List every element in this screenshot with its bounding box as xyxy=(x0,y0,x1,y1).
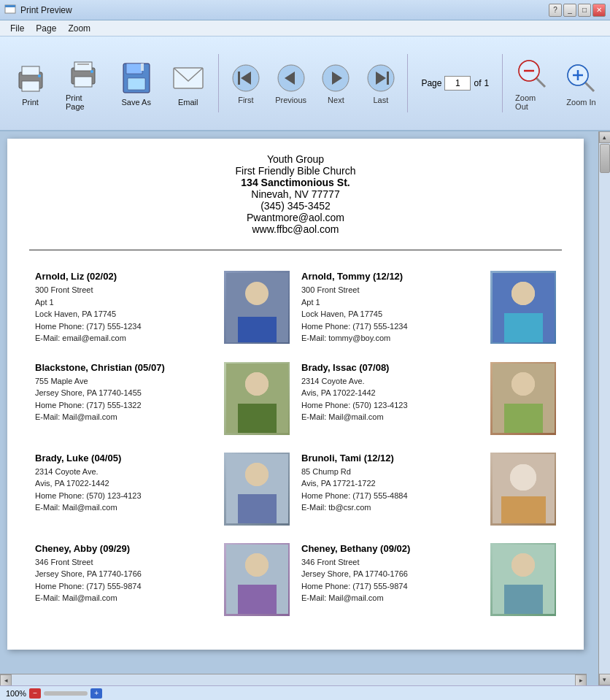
contact-name: Arnold, Liz (02/02) xyxy=(35,271,217,282)
svg-point-58 xyxy=(510,464,536,491)
zoom-in-icon xyxy=(563,61,598,96)
svg-rect-17 xyxy=(238,72,240,85)
svg-rect-3 xyxy=(22,66,39,75)
contact-entry: Blackstone, Christian (05/07) 755 Maple … xyxy=(29,353,296,444)
svg-line-33 xyxy=(585,82,594,91)
minimize-btn[interactable]: _ xyxy=(563,4,576,17)
contact-info: Brady, Luke (04/05) 2314 Coyote Ave.Avis… xyxy=(35,453,217,526)
contact-detail: 85 Chump RdAvis, PA 17721-1722Home Phone… xyxy=(301,466,483,514)
v-scroll-track xyxy=(599,143,610,674)
page-text: Page xyxy=(421,78,441,88)
zoom-value: 100% xyxy=(6,689,26,698)
email-button[interactable]: Email xyxy=(163,57,212,110)
city-line: Ninevah, NV 77777 xyxy=(29,188,562,200)
zoom-minus-btn[interactable]: − xyxy=(29,688,41,699)
h-scroll-track xyxy=(12,674,575,685)
separator-3 xyxy=(502,54,503,112)
v-scrollbar: ▴ ▾ xyxy=(598,131,610,685)
person-silhouette xyxy=(226,454,288,523)
contact-name: Brunoli, Tami (12/12) xyxy=(301,453,483,464)
title-bar: Print Preview ? _ □ ✕ xyxy=(0,0,610,20)
menu-file[interactable]: File xyxy=(4,23,30,34)
contact-entry: Brady, Issac (07/08) 2314 Coyote Ave.Avi… xyxy=(296,353,562,444)
church-name: First Friendly Bible Church xyxy=(29,165,562,177)
svg-rect-45 xyxy=(238,404,277,433)
save-icon xyxy=(119,61,154,96)
v-scroll-thumb[interactable] xyxy=(600,144,610,173)
svg-line-28 xyxy=(536,78,545,87)
contact-detail: 300 Front StreetApt 1Lock Haven, PA 1774… xyxy=(301,284,483,345)
zoom-in-button[interactable]: Zoom In xyxy=(558,57,604,110)
last-button[interactable]: Last xyxy=(360,59,401,108)
person-silhouette xyxy=(226,273,288,342)
menu-bar: File Page Zoom xyxy=(0,20,610,36)
last-label: Last xyxy=(373,96,388,104)
person-silhouette xyxy=(493,545,555,614)
next-button[interactable]: Next xyxy=(315,59,357,108)
h-scroll-right[interactable]: ▸ xyxy=(575,674,587,686)
contact-photo xyxy=(224,453,290,526)
website-line: www.ffbc@aol.com xyxy=(29,223,562,235)
print-label: Print xyxy=(22,98,39,107)
zoom-out-button[interactable]: Zoom Out xyxy=(509,53,555,115)
contact-info: Cheney, Abby (09/29) 346 Front StreetJer… xyxy=(35,543,217,616)
contact-info: Arnold, Tommy (12/12) 300 Front StreetAp… xyxy=(301,271,483,345)
menu-zoom[interactable]: Zoom xyxy=(62,23,96,34)
svg-rect-14 xyxy=(141,64,144,71)
first-button[interactable]: First xyxy=(225,59,266,108)
title-bar-text: Print Preview xyxy=(20,5,549,15)
svg-rect-10 xyxy=(77,64,89,65)
person-silhouette xyxy=(493,364,555,433)
zoom-out-label: Zoom Out xyxy=(515,93,549,111)
status-bar: 100% − + xyxy=(0,685,610,700)
first-icon xyxy=(231,63,261,93)
previous-button[interactable]: Previous xyxy=(270,59,312,108)
svg-rect-65 xyxy=(504,585,543,614)
person-silhouette xyxy=(493,454,555,523)
menu-page[interactable]: Page xyxy=(30,23,62,34)
address-line: 134 Sanctimonious St. xyxy=(29,177,562,188)
next-icon xyxy=(320,63,351,93)
contact-entry: Brunoli, Tami (12/12) 85 Chump RdAvis, P… xyxy=(296,444,562,534)
contact-entry: Arnold, Liz (02/02) 300 Front StreetApt … xyxy=(29,262,296,353)
contact-photo xyxy=(490,453,556,526)
contact-name: Arnold, Tommy (12/12) xyxy=(301,271,483,282)
contact-detail: 2314 Coyote Ave.Avis, PA 17022-1442Home … xyxy=(35,466,217,514)
content-area: Youth Group First Friendly Bible Church … xyxy=(0,131,598,685)
print-button[interactable]: Print xyxy=(6,57,55,110)
contact-entry: Arnold, Tommy (12/12) 300 Front StreetAp… xyxy=(296,262,562,353)
close-btn[interactable]: ✕ xyxy=(592,4,606,17)
contact-info: Brunoli, Tami (12/12) 85 Chump RdAvis, P… xyxy=(301,453,483,526)
print-icon xyxy=(13,61,48,96)
svg-point-9 xyxy=(90,70,93,73)
page-input[interactable] xyxy=(444,76,471,91)
maximize-btn[interactable]: □ xyxy=(578,4,591,17)
separator-1 xyxy=(218,54,219,112)
separator-2 xyxy=(407,54,408,112)
app-icon xyxy=(4,4,16,16)
contact-detail: 2314 Coyote Ave.Avis, PA 17022-1442Home … xyxy=(301,375,483,423)
zoom-slider-track[interactable] xyxy=(44,691,88,696)
v-scroll-up[interactable]: ▴ xyxy=(599,131,611,143)
contact-info: Brady, Issac (07/08) 2314 Coyote Ave.Avi… xyxy=(301,362,483,435)
contact-info: Arnold, Liz (02/02) 300 Front StreetApt … xyxy=(35,271,217,345)
zoom-out-icon xyxy=(514,56,549,91)
v-scroll-down[interactable]: ▾ xyxy=(599,674,611,685)
save-as-button[interactable]: Save As xyxy=(112,57,161,110)
contact-detail: 755 Maple AveJersey Shore, PA 17740-1455… xyxy=(35,375,217,423)
h-scroll-left[interactable]: ◂ xyxy=(0,674,12,686)
contact-detail: 346 Front StreetJersey Shore, PA 17740-1… xyxy=(35,556,217,604)
toolbar: Print Print Page Save As Email xyxy=(0,36,610,131)
contact-photo xyxy=(490,362,556,435)
zoom-plus-btn[interactable]: + xyxy=(90,688,102,699)
svg-rect-8 xyxy=(74,77,92,87)
contact-name: Cheney, Abby (09/29) xyxy=(35,543,217,554)
contact-detail: 300 Front StreetApt 1Lock Haven, PA 1774… xyxy=(35,284,217,345)
svg-rect-7 xyxy=(74,62,92,71)
help-btn[interactable]: ? xyxy=(549,4,562,17)
contact-name: Cheney, Bethany (09/02) xyxy=(301,543,483,554)
print-page-button[interactable]: Print Page xyxy=(58,53,109,115)
svg-rect-53 xyxy=(238,494,277,523)
svg-rect-41 xyxy=(504,313,543,342)
first-label: First xyxy=(238,96,253,104)
